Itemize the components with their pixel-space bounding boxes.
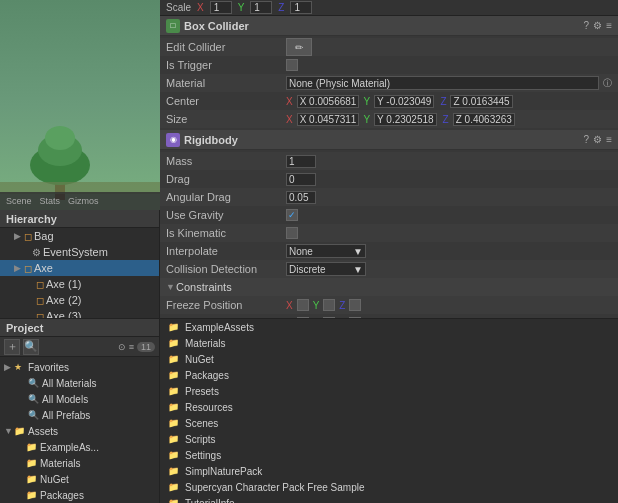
axe3-label: Axe (3) <box>46 310 81 318</box>
star-icon: ★ <box>14 362 26 372</box>
freeze-position-row: Freeze Position X Y Z <box>160 296 618 314</box>
assets-group[interactable]: ▼ 📁 Assets <box>0 423 159 439</box>
assets-label: Assets <box>28 426 58 437</box>
axe3-icon: ◻ <box>36 311 44 319</box>
favorites-models[interactable]: 🔍 All Models <box>0 391 159 407</box>
rigidbody-title: Rigidbody <box>184 134 584 146</box>
al-packages[interactable]: 📁 Packages <box>160 367 618 383</box>
al-simplenaturepack[interactable]: 📁 SimplNaturePack <box>160 463 618 479</box>
al-pre-icon: 📁 <box>168 386 182 396</box>
menu-icon[interactable]: ≡ <box>129 342 134 352</box>
hierarchy-item-axe3[interactable]: ◻ Axe (3) <box>0 308 159 318</box>
center-z-val[interactable]: Z 0.0163445 <box>450 95 512 108</box>
rigidbody-help[interactable]: ? <box>584 134 590 145</box>
box-collider-help[interactable]: ? <box>584 20 590 31</box>
al-snp-label: SimplNaturePack <box>185 466 262 477</box>
al-exampleassets[interactable]: 📁 ExampleAssets <box>160 319 618 335</box>
constraints-arrow: ▼ <box>166 282 176 292</box>
assets-materials[interactable]: 📁 Materials <box>0 455 159 471</box>
al-tutorialinfo[interactable]: 📁 TutorialInfo <box>160 495 618 503</box>
favorites-materials[interactable]: 🔍 All Materials <box>0 375 159 391</box>
angular-drag-row: Angular Drag 0.05 <box>160 188 618 206</box>
gizmos-tab-btn[interactable]: Gizmos <box>66 196 101 206</box>
layout-icon[interactable]: ⊙ <box>118 342 126 352</box>
al-pre-label: Presets <box>185 386 219 397</box>
al-scripts[interactable]: 📁 Scripts <box>160 431 618 447</box>
box-collider-body: Edit Collider ✏ Is Trigger Material <box>160 36 618 130</box>
scale-z-val: 1 <box>290 1 312 14</box>
hierarchy-item-eventsystem[interactable]: ⚙ EventSystem <box>0 244 159 260</box>
assets-packages[interactable]: 📁 Packages <box>0 487 159 503</box>
add-asset-btn[interactable]: ＋ <box>4 339 20 355</box>
drag-value: 0 <box>286 173 612 186</box>
center-value: X X 0.0056681 Y Y -0.023049 Z Z 0.016344… <box>286 95 612 108</box>
al-settings[interactable]: 📁 Settings <box>160 447 618 463</box>
hierarchy-item-bag[interactable]: ▶ ◻ Bag <box>0 228 159 244</box>
size-row: Size X X 0.0457311 Y Y 0.2302518 Z Z 0.4… <box>160 110 618 128</box>
fp-z-label: Z <box>339 300 345 311</box>
is-kinematic-checkbox[interactable] <box>286 227 298 239</box>
al-resources[interactable]: 📁 Resources <box>160 399 618 415</box>
al-scenes[interactable]: 📁 Scenes <box>160 415 618 431</box>
interpolate-chevron: ▼ <box>353 246 363 257</box>
box-collider-menu[interactable]: ≡ <box>606 20 612 31</box>
scale-x-label: X <box>197 2 204 13</box>
hierarchy-item-axe[interactable]: ▶ ◻ Axe <box>0 260 159 276</box>
center-y-val[interactable]: Y -0.023049 <box>374 95 434 108</box>
favorites-prefabs[interactable]: 🔍 All Prefabs <box>0 407 159 423</box>
box-collider-header[interactable]: □ Box Collider ? ⚙ ≡ <box>160 16 618 36</box>
rigidbody-gear[interactable]: ⚙ <box>593 134 602 145</box>
edit-collider-value: ✏ <box>286 38 612 56</box>
interpolate-dropdown[interactable]: None ▼ <box>286 244 366 258</box>
fp-y-cb[interactable] <box>323 299 335 311</box>
stats-tab-btn[interactable]: Stats <box>38 196 63 206</box>
right-panel: Scale X 1 Y 1 Z 1 □ Box Collider ? ⚙ ≡ E… <box>160 0 618 503</box>
assets-nuget[interactable]: 📁 NuGet <box>0 471 159 487</box>
project-toolbar: ＋ 🔍 ⊙ ≡ 11 <box>0 337 159 357</box>
mass-label: Mass <box>166 155 286 167</box>
size-x-label: X <box>286 114 293 125</box>
drag-val[interactable]: 0 <box>286 173 316 186</box>
edit-collider-btn[interactable]: ✏ <box>286 38 312 56</box>
angular-drag-val[interactable]: 0.05 <box>286 191 316 204</box>
al-scr-label: Scripts <box>185 434 216 445</box>
fp-x-cb[interactable] <box>297 299 309 311</box>
al-res-icon: 📁 <box>168 402 182 412</box>
rigidbody-header[interactable]: ◉ Rigidbody ? ⚙ ≡ <box>160 130 618 150</box>
hierarchy-item-axe1[interactable]: ◻ Axe (1) <box>0 276 159 292</box>
al-scn-label: Scenes <box>185 418 218 429</box>
material-field[interactable]: None (Physic Material) <box>286 76 599 90</box>
constraints-section[interactable]: ▼ Constraints <box>160 278 618 296</box>
center-x-val[interactable]: X 0.0056681 <box>297 95 360 108</box>
mass-val[interactable]: 1 <box>286 155 316 168</box>
collision-detection-dropdown[interactable]: Discrete ▼ <box>286 262 366 276</box>
favorites-group[interactable]: ▶ ★ Favorites <box>0 359 159 375</box>
fav-mod-icon: 🔍 <box>28 394 40 404</box>
size-x-val[interactable]: X 0.0457311 <box>297 113 360 126</box>
hierarchy-item-axe2[interactable]: ◻ Axe (2) <box>0 292 159 308</box>
am-icon: 📁 <box>26 458 38 468</box>
bag-arrow: ▶ <box>14 231 24 241</box>
box-collider-title: Box Collider <box>184 20 584 32</box>
scene-tab-btn[interactable]: Scene <box>4 196 34 206</box>
fp-y-label: Y <box>313 300 320 311</box>
size-z-val[interactable]: Z 0.4063263 <box>453 113 515 126</box>
rigidbody-menu[interactable]: ≡ <box>606 134 612 145</box>
use-gravity-checkbox[interactable] <box>286 209 298 221</box>
al-scn-icon: 📁 <box>168 418 182 428</box>
fp-z-cb[interactable] <box>349 299 361 311</box>
search-asset-btn[interactable]: 🔍 <box>23 339 39 355</box>
al-supercyan[interactable]: 📁 Supercyan Character Pack Free Sample <box>160 479 618 495</box>
al-presets[interactable]: 📁 Presets <box>160 383 618 399</box>
al-materials[interactable]: 📁 Materials <box>160 335 618 351</box>
assets-arrow: ▼ <box>4 426 14 436</box>
project-panel-left: Project ＋ 🔍 ⊙ ≡ 11 ▶ ★ Favorites 🔍 <box>0 318 160 503</box>
freeze-position-value: X Y Z <box>286 299 612 311</box>
assets-exampleas[interactable]: 📁 ExampleAs... <box>0 439 159 455</box>
size-y-val[interactable]: Y 0.2302518 <box>374 113 437 126</box>
fav-mat-icon: 🔍 <box>28 378 40 388</box>
is-trigger-checkbox[interactable] <box>286 59 298 71</box>
box-collider-gear[interactable]: ⚙ <box>593 20 602 31</box>
al-nuget[interactable]: 📁 NuGet <box>160 351 618 367</box>
fav-mat-label: All Materials <box>42 378 96 389</box>
